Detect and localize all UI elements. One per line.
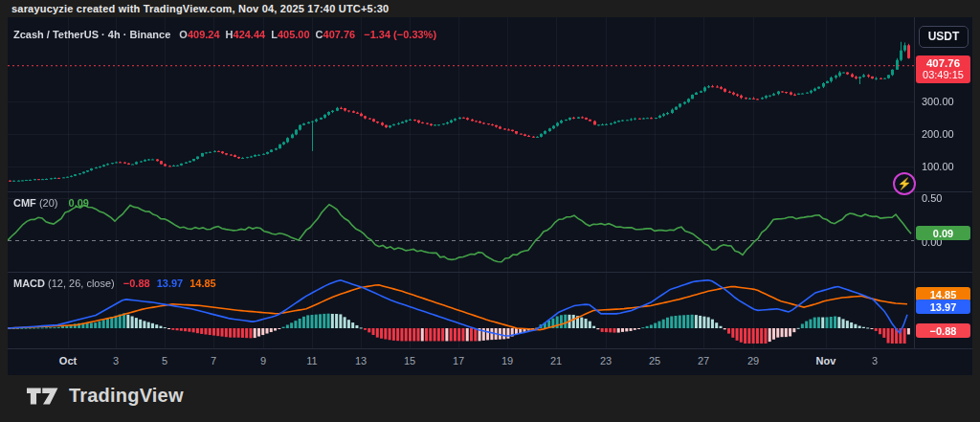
last-price-badge: 407.76 03:49:15: [916, 56, 970, 83]
candlestick-chart-canvas[interactable]: [8, 17, 914, 191]
time-axis-label: Oct: [59, 355, 77, 366]
ohlc-value: 407.76: [323, 29, 356, 40]
time-axis-label: 13: [355, 355, 367, 366]
boost-icon[interactable]: ⚡: [893, 172, 916, 195]
cmf-indicator-canvas[interactable]: [8, 191, 914, 272]
pane-separator[interactable]: [8, 191, 972, 192]
ohlc-values: O409.24H424.44L405.00C407.76: [179, 29, 361, 40]
cmf-legend: CMF (20) 0.09: [13, 197, 96, 209]
time-axis-label: 15: [404, 355, 415, 366]
time-axis-label: Nov: [816, 355, 836, 366]
time-axis-label: 17: [453, 355, 464, 366]
ohlc-value: 405.00: [278, 29, 310, 40]
price-axis-label: 0.50: [922, 192, 942, 204]
time-axis-label: 25: [649, 355, 660, 366]
ohlc-key: O: [179, 29, 188, 40]
time-axis-label: 29: [747, 355, 759, 366]
time-axis-label: 19: [501, 355, 513, 366]
footer-bar: TradingView: [0, 375, 980, 422]
pane-separator[interactable]: [8, 272, 972, 273]
change-value: −1.34 (−0.33%): [364, 29, 436, 40]
price-axis-label: 300.00: [922, 96, 954, 107]
macd-legend: MACD (12, 26, close) −0.8813.9714.85: [13, 278, 223, 289]
ohlc-value: 409.24: [188, 29, 220, 40]
ohlc-value: 424.44: [234, 29, 266, 40]
cmf-value: 0.09: [69, 197, 89, 209]
price-axis-label: 100.00: [922, 161, 954, 172]
time-axis-label: 7: [211, 355, 216, 366]
price-axis[interactable]: USDT 407.76 03:49:15 300.00200.00100.000…: [914, 17, 972, 348]
macd-value: −0.88: [123, 278, 150, 289]
time-axis-label: 21: [550, 355, 562, 366]
indicator-value-badge: 0.09: [916, 226, 970, 240]
attribution-text: sarayucyzie created with TradingView.com…: [11, 3, 389, 14]
time-axis[interactable]: Oct357911131517192123252729Nov3: [8, 348, 972, 375]
page: sarayucyzie created with TradingView.com…: [0, 0, 980, 422]
time-axis-label: 23: [600, 355, 612, 366]
macd-value: 14.85: [189, 278, 216, 289]
macd-title[interactable]: MACD (12, 26, close): [13, 278, 115, 289]
time-axis-label: 11: [306, 355, 317, 366]
macd-values: −0.8813.9714.85: [123, 278, 223, 289]
tradingview-logo-icon: [27, 386, 59, 407]
lightning-icon: ⚡: [898, 177, 912, 190]
time-axis-label: 9: [260, 355, 266, 366]
tradingview-logo[interactable]: TradingView: [27, 385, 184, 407]
time-axis-label: 27: [698, 355, 709, 366]
time-axis-label: 3: [113, 355, 119, 366]
ohlc-key: L: [271, 29, 278, 40]
countdown-timer: 03:49:15: [916, 69, 970, 80]
symbol-title[interactable]: Zcash / TetherUS · 4h · Binance: [13, 29, 170, 40]
time-axis-label: 5: [162, 355, 167, 366]
cmf-title[interactable]: CMF (20): [13, 197, 57, 209]
main-chart-legend: Zcash / TetherUS · 4h · Binance O409.24H…: [13, 29, 442, 40]
ohlc-key: C: [316, 29, 323, 40]
last-price: 407.76: [916, 57, 970, 69]
macd-value: 13.97: [157, 278, 184, 289]
price-axis-label: 200.00: [922, 128, 954, 140]
indicator-value-badge: −0.88: [916, 323, 970, 338]
indicator-value-badge: 13.97: [916, 300, 970, 314]
currency-toggle-button[interactable]: USDT: [919, 26, 969, 48]
tradingview-logo-text: TradingView: [69, 385, 184, 407]
ohlc-key: H: [226, 29, 234, 40]
time-axis-label: 3: [872, 355, 878, 366]
